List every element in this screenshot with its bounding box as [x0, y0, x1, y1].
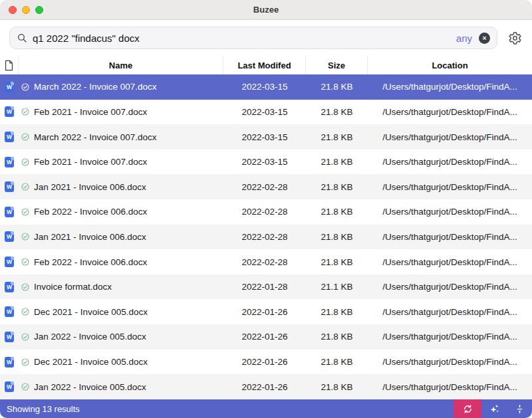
- file-name: Dec 2021 - Invoice 005.docx: [34, 357, 148, 367]
- file-name: Dec 2021 - Invoice 005.docx: [34, 307, 148, 317]
- size-cell: 21.8 KB: [306, 332, 368, 342]
- sparkles-icon: [489, 403, 500, 415]
- results-table: WMarch 2022 - Invoice 007.docx2022-03-15…: [0, 74, 532, 399]
- file-name: March 2022 - Invoice 007.docx: [34, 82, 157, 92]
- table-row[interactable]: WMarch 2022 - Invoice 007.docx2022-03-15…: [0, 74, 532, 100]
- column-header-location[interactable]: Location: [368, 56, 532, 74]
- zoom-window-button[interactable]: [35, 6, 43, 14]
- file-location: /Users/thatgurjot/Desktop/FindA...: [382, 132, 517, 142]
- location-cell: /Users/thatgurjot/Desktop/FindA...: [368, 357, 532, 367]
- check-circle-icon: [21, 108, 29, 116]
- location-cell: /Users/thatgurjot/Desktop/FindA...: [368, 332, 532, 342]
- table-row[interactable]: WFeb 2021 - Invoice 007.docx2022-03-1521…: [0, 100, 532, 125]
- file-name: Jan 2022 - Invoice 005.docx: [34, 332, 146, 342]
- last-modified-cell: 2022-01-26: [223, 332, 306, 342]
- location-cell: /Users/thatgurjot/Desktop/FindA...: [368, 82, 532, 92]
- column-header-name[interactable]: Name: [19, 56, 223, 74]
- word-file-icon: W: [5, 231, 14, 242]
- word-file-icon: W: [5, 132, 14, 142]
- size-cell: 21.8 KB: [306, 107, 368, 117]
- last-modified-cell: 2022-02-28: [223, 257, 306, 267]
- word-file-icon: W: [5, 106, 14, 117]
- table-row[interactable]: WInvoice format.docx2022-01-2821.1 KB/Us…: [0, 274, 532, 300]
- last-modified-cell: 2022-02-28: [223, 182, 306, 192]
- table-row[interactable]: WFeb 2022 - Invoice 006.docx2022-02-2821…: [0, 249, 532, 274]
- table-row[interactable]: WJan 2021 - Invoice 006.docx2022-02-2821…: [0, 174, 532, 199]
- settings-button[interactable]: [507, 30, 523, 46]
- size-cell: 21.8 KB: [306, 132, 368, 142]
- table-header: Name Last Modifed Size Location: [0, 56, 532, 74]
- file-type-cell: W: [0, 82, 19, 92]
- table-row[interactable]: WFeb 2022 - Invoice 006.docx2022-02-2821…: [0, 199, 532, 225]
- file-name: Jan 2021 - Invoice 006.docx: [34, 232, 146, 242]
- table-row[interactable]: WJan 2022 - Invoice 005.docx2022-01-2621…: [0, 374, 532, 399]
- column-header-modified[interactable]: Last Modifed: [223, 56, 306, 74]
- file-name-cell: Feb 2021 - Invoice 007.docx: [19, 107, 223, 117]
- word-file-icon: W: [5, 306, 14, 317]
- file-name-cell: Feb 2022 - Invoice 006.docx: [19, 207, 223, 217]
- last-modified-cell: 2022-01-26: [223, 307, 306, 317]
- check-circle-icon: [21, 308, 29, 316]
- size-cell: 21.8 KB: [306, 82, 368, 92]
- table-row[interactable]: WMarch 2022 - Invoice 007.docx2022-03-15…: [0, 124, 532, 150]
- file-location: /Users/thatgurjot/Desktop/FindA...: [382, 357, 517, 367]
- result-count-text: Showing 13 results: [0, 404, 454, 414]
- location-cell: /Users/thatgurjot/Desktop/FindA...: [368, 157, 532, 167]
- location-cell: /Users/thatgurjot/Desktop/FindA...: [368, 132, 532, 142]
- size-cell: 21.8 KB: [306, 207, 368, 217]
- refresh-button[interactable]: [454, 399, 481, 418]
- file-type-cell: W: [0, 332, 19, 342]
- title-bar: Buzee: [0, 0, 532, 20]
- status-actions: [454, 399, 532, 418]
- check-circle-icon: [21, 183, 29, 191]
- file-name-cell: Jan 2022 - Invoice 005.docx: [19, 382, 223, 392]
- file-location: /Users/thatgurjot/Desktop/FindA...: [382, 107, 517, 117]
- size-cell: 21.8 KB: [306, 157, 368, 167]
- word-file-icon: W: [5, 332, 14, 342]
- last-modified-cell: 2022-03-15: [223, 157, 306, 167]
- traffic-lights: [9, 6, 43, 14]
- file-name-cell: Jan 2021 - Invoice 006.docx: [19, 182, 223, 192]
- expand-vertical-icon: [515, 404, 525, 414]
- search-scope-dropdown[interactable]: any: [456, 33, 472, 44]
- check-circle-icon: [21, 358, 29, 366]
- file-location: /Users/thatgurjot/Desktop/FindA...: [382, 332, 517, 342]
- size-cell: 21.8 KB: [306, 357, 368, 367]
- last-modified-cell: 2022-02-28: [223, 232, 306, 242]
- word-file-icon: W: [5, 181, 14, 192]
- last-modified-cell: 2022-03-15: [223, 107, 306, 117]
- file-type-cell: W: [0, 157, 19, 167]
- file-location: /Users/thatgurjot/Desktop/FindA...: [382, 157, 517, 167]
- file-name-cell: Feb 2021 - Invoice 007.docx: [19, 157, 223, 167]
- file-location: /Users/thatgurjot/Desktop/FindA...: [382, 382, 517, 392]
- last-modified-cell: 2022-01-26: [223, 357, 306, 367]
- location-cell: /Users/thatgurjot/Desktop/FindA...: [368, 282, 532, 292]
- file-name-cell: Feb 2022 - Invoice 006.docx: [19, 257, 223, 267]
- file-type-cell: W: [0, 106, 19, 117]
- check-circle-icon: [21, 83, 29, 91]
- size-cell: 21.1 KB: [306, 282, 368, 292]
- file-type-cell: W: [0, 357, 19, 367]
- search-input[interactable]: q1 2022 "findacus" docx any ×: [9, 27, 497, 49]
- table-row[interactable]: WFeb 2021 - Invoice 007.docx2022-03-1521…: [0, 150, 532, 175]
- file-type-cell: W: [0, 207, 19, 217]
- close-window-button[interactable]: [9, 6, 17, 14]
- search-bar: q1 2022 "findacus" docx any ×: [0, 20, 532, 56]
- clear-search-icon[interactable]: ×: [479, 33, 490, 44]
- table-row[interactable]: WJan 2022 - Invoice 005.docx2022-01-2621…: [0, 324, 532, 350]
- size-cell: 21.8 KB: [306, 182, 368, 192]
- file-name-cell: March 2022 - Invoice 007.docx: [19, 132, 223, 142]
- last-modified-cell: 2022-03-15: [223, 82, 306, 92]
- column-header-file-type[interactable]: [0, 56, 19, 74]
- minimize-window-button[interactable]: [22, 6, 30, 14]
- table-row[interactable]: WDec 2021 - Invoice 005.docx2022-01-2621…: [0, 350, 532, 375]
- table-row[interactable]: WJan 2021 - Invoice 006.docx2022-02-2821…: [0, 225, 532, 250]
- expand-rows-button[interactable]: [507, 399, 532, 418]
- status-bar: Showing 13 results: [0, 399, 532, 418]
- ai-sparkles-button[interactable]: [481, 399, 507, 418]
- size-cell: 21.8 KB: [306, 257, 368, 267]
- table-row[interactable]: WDec 2021 - Invoice 005.docx2022-01-2621…: [0, 299, 532, 324]
- word-file-icon: W: [5, 282, 14, 292]
- column-header-size[interactable]: Size: [306, 56, 368, 74]
- file-location: /Users/thatgurjot/Desktop/FindA...: [382, 182, 517, 192]
